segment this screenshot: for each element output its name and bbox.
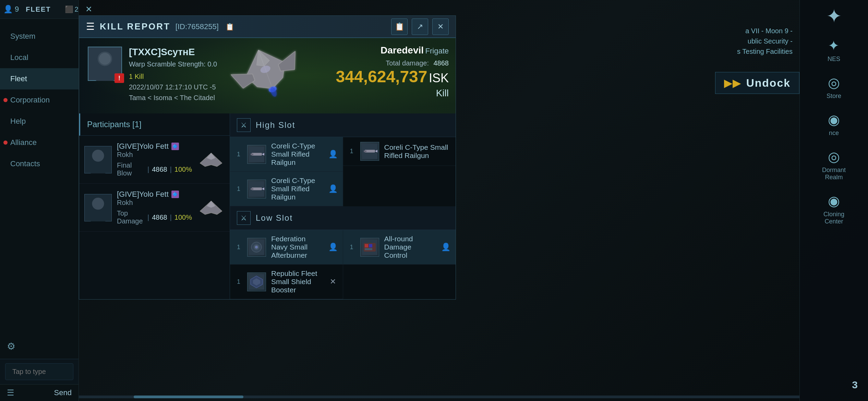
- kill-report-id: [ID:7658255]: [176, 22, 219, 31]
- undock-label: Undock: [746, 77, 791, 89]
- sidebar-top-bar: 👤 9 FLEET ⬛ 2 ✕: [0, 0, 79, 19]
- compass-icon: ✦: [826, 7, 842, 26]
- right-nav-dormant[interactable]: ◎ DormantRealm: [822, 149, 846, 181]
- low-slot-header: ⚔ Low Slot: [230, 206, 456, 230]
- nce-icon: ◉: [828, 112, 840, 127]
- slot-num-high-right-0: 1: [348, 148, 355, 155]
- victim-warp-scramble: Warp Scramble Strength: 0.0: [129, 60, 217, 68]
- low-slot-icon: ⚔: [237, 211, 251, 225]
- fitting-icon-high-right-0: [360, 142, 379, 161]
- sidebar-item-local[interactable]: Local: [0, 47, 79, 68]
- store-label: Store: [827, 93, 841, 100]
- fitting-row-high-0[interactable]: 1 Coreli C-Type Small Rifled Railgun: [230, 137, 343, 172]
- sidebar-item-help[interactable]: Help: [0, 111, 79, 132]
- modal-menu-icon[interactable]: ☰: [86, 21, 95, 32]
- scroll-thumb[interactable]: [134, 396, 243, 398]
- close-modal-button[interactable]: ✕: [432, 19, 449, 35]
- svg-rect-34: [364, 150, 366, 152]
- ship-class-label: Frigate: [425, 47, 449, 55]
- kill-ship-image: [209, 38, 326, 113]
- fitting-row-high-right-0[interactable]: 1 Coreli C-Type Small Rifled Railgun: [343, 137, 456, 166]
- share-button[interactable]: ↗: [412, 19, 428, 35]
- guests-count: 3: [852, 379, 858, 391]
- slot-num-low-0: 1: [235, 244, 242, 251]
- low-slot-section: ⚔ Low Slot 1: [230, 206, 456, 299]
- remove-fitting-button-low-1[interactable]: ✕: [328, 277, 338, 287]
- low-slot-left-col: 1 Federation Navy Small Afterburner: [230, 230, 343, 299]
- fitting-row-high-1[interactable]: 1 Coreli C-Type Small Rifled Railgun: [230, 172, 343, 206]
- fitting-person-icon-high-0: 👤: [328, 150, 338, 159]
- monitor-count: 2: [75, 5, 79, 13]
- kill-body: Participants [1] [GIVE]Yolo Fett 🔷: [79, 113, 456, 299]
- high-slot-right-col: 1 Coreli C-Type Small Rifled Railgun: [343, 137, 456, 206]
- right-sidebar: ✦ ✦ NES ◎ Store ◉ nce ◎ DormantRealm ◉ C…: [799, 0, 868, 401]
- undock-button[interactable]: ▶▶ Undock: [715, 72, 799, 94]
- participant-entry-1[interactable]: [GIVE]Yolo Fett 🔷 Rokh Top Damage | 4868…: [79, 184, 230, 232]
- participants-panel: Participants [1] [GIVE]Yolo Fett 🔷: [79, 113, 230, 299]
- slot-num-low-right-0: 1: [348, 244, 355, 251]
- fitting-row-low-1[interactable]: 1 Republic Fleet Small Shield Booster ✕: [230, 265, 343, 299]
- participant-stats-0: Final Blow | 4868 | 100%: [117, 161, 192, 177]
- fitting-name-low-right-0: All-round Damage Control: [384, 235, 436, 259]
- monitor-button[interactable]: ⬛ 2: [65, 5, 79, 13]
- cloning-label: CloningCenter: [823, 211, 844, 225]
- sidebar-item-system[interactable]: System: [0, 26, 79, 47]
- participant-details-1: [GIVE]Yolo Fett 🔷 Rokh Top Damage | 4868…: [117, 190, 192, 225]
- victim-avatar: !: [88, 47, 122, 81]
- svg-point-14: [92, 149, 104, 161]
- isk-suffix: ISK: [429, 71, 449, 85]
- dormant-icon: ◎: [828, 149, 840, 165]
- left-sidebar: 👤 9 FLEET ⬛ 2 ✕ System Local Fleet Corpo…: [0, 0, 79, 401]
- damage-value: 4868: [434, 59, 449, 67]
- hamburger-icon[interactable]: ☰: [7, 388, 14, 398]
- kill-report-modal: ☰ KILL REPORT [ID:7658255] 📋 📋 ↗ ✕ !: [79, 15, 456, 300]
- corp-badge-1: 🔷: [171, 191, 179, 198]
- participant-ship-1: Rokh: [117, 199, 192, 207]
- svg-rect-4: [95, 69, 115, 80]
- high-slot-left-col: 1 Coreli C-Type Small Rifled Railgun: [230, 137, 343, 206]
- fitting-name-high-right-0: Coreli C-Type Small Rifled Railgun: [384, 143, 451, 160]
- participant-name-1: [GIVE]Yolo Fett: [117, 190, 169, 199]
- fitting-icon-low-0: [247, 238, 266, 257]
- fleet-members-button[interactable]: 👤 9: [3, 5, 19, 14]
- right-nav-nce[interactable]: ◉ nce: [828, 112, 840, 137]
- low-slot-title: Low Slot: [256, 213, 293, 223]
- fitting-row-low-right-0[interactable]: 1 All-round Damage Control: [343, 230, 456, 265]
- monitor-icon: ⬛: [65, 5, 73, 13]
- kill-hero: ! [TXXC]ScyтнE Warp Scramble Strength: 0…: [79, 38, 456, 113]
- copy-button[interactable]: 📋: [391, 19, 408, 35]
- send-button[interactable]: Send: [54, 388, 72, 397]
- settings-icon[interactable]: ⚙: [7, 341, 72, 352]
- participant-entry-0[interactable]: [GIVE]Yolo Fett 🔷 Rokh Final Blow | 4868…: [79, 136, 230, 184]
- svg-rect-44: [365, 244, 368, 247]
- victim-location: Tama < Isoma < The Citadel: [129, 94, 217, 102]
- sidebar-item-corporation[interactable]: Corporation: [0, 89, 79, 111]
- scroll-bar[interactable]: [79, 396, 799, 398]
- victim-name: [TXXC]ScyтнE: [129, 47, 217, 58]
- nes-icon: ✦: [828, 38, 840, 53]
- low-slot-right-col: 1 All-round Damage Control: [343, 230, 456, 299]
- ship-svg: [220, 41, 316, 110]
- store-icon: ◎: [828, 75, 840, 90]
- sidebar-item-fleet[interactable]: Fleet: [0, 68, 79, 89]
- send-bar: ☰ Send: [0, 384, 79, 401]
- fleet-label: FLEET: [26, 5, 51, 13]
- right-nav-nes[interactable]: ✦ NES: [828, 38, 840, 63]
- svg-rect-26: [251, 154, 253, 155]
- sidebar-item-contacts[interactable]: Contacts: [0, 153, 79, 174]
- fitting-icon-low-right-0: [360, 238, 379, 257]
- dormant-label: DormantRealm: [822, 167, 846, 181]
- high-slot-items: 1 Coreli C-Type Small Rifled Railgun: [230, 137, 456, 206]
- right-nav-cloning[interactable]: ◉ CloningCenter: [823, 193, 844, 225]
- nce-label: nce: [829, 130, 839, 137]
- damage-label: Total damage:: [386, 59, 429, 67]
- right-nav-store[interactable]: ◎ Store: [827, 75, 841, 100]
- fitting-name-high-0: Coreli C-Type Small Rifled Railgun: [271, 142, 323, 167]
- fitting-person-icon-low-0: 👤: [328, 243, 338, 252]
- close-fleet-button[interactable]: ✕: [85, 4, 92, 14]
- copy-id-icon[interactable]: 📋: [226, 23, 234, 31]
- sidebar-item-alliance[interactable]: Alliance: [0, 132, 79, 153]
- chat-input[interactable]: [5, 363, 73, 380]
- participant-avatar-0: [84, 146, 112, 173]
- fitting-row-low-0[interactable]: 1 Federation Navy Small Afterburner: [230, 230, 343, 265]
